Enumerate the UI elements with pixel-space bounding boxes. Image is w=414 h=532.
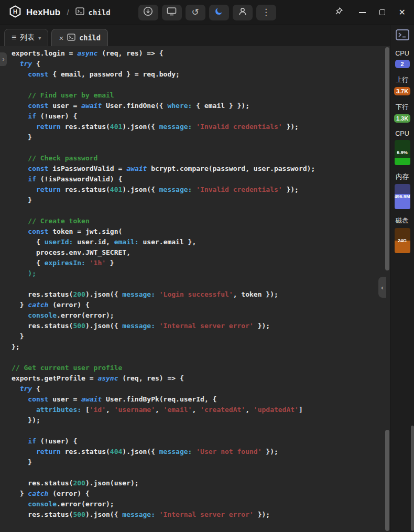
tab-child-label: child	[79, 34, 101, 42]
stat-label: 磁盘	[396, 216, 409, 225]
stat-label: 下行	[396, 103, 409, 112]
code-line: return res.status(401).json({ message: '…	[12, 184, 390, 195]
tab-list-label: 列表	[20, 33, 35, 42]
code-line: );	[12, 268, 390, 279]
code-line: exports.getProfile = async (req, res) =>…	[12, 373, 390, 384]
code-line: console.error(error);	[12, 499, 390, 509]
import-button[interactable]	[138, 5, 158, 20]
tabbar: ≡ 列表 ▾ × child	[0, 25, 390, 46]
dark-mode-button[interactable]	[209, 5, 229, 20]
code-line	[12, 468, 390, 478]
code-line: res.status(500).json({ message: 'Interna…	[12, 509, 390, 520]
code-line: } catch (error) {	[12, 300, 390, 310]
code-line: };	[12, 342, 390, 352]
user-icon	[238, 7, 247, 18]
pin-icon	[334, 7, 343, 18]
scrollbar-thumb[interactable]	[385, 430, 389, 531]
chevron-down-icon: ▾	[38, 35, 41, 41]
minimize-icon	[359, 12, 366, 13]
code-line: { expiresIn: '1h' }	[12, 258, 390, 268]
stats-sidebar: CPU2上行3.7K下行1.3KCPU6.9%内存496.9M磁盘24G	[390, 25, 414, 532]
stat-label: CPU	[395, 130, 409, 137]
display-icon	[167, 7, 177, 18]
code-line: const token = jwt.sign(	[12, 226, 390, 237]
terminal-column: ≡ 列表 ▾ × child › exports.login = async (…	[0, 25, 390, 532]
code-line: { userId: user.id, email: user.email },	[12, 237, 390, 247]
terminal-panel-button[interactable]	[396, 29, 409, 42]
code-line: if (!user) {	[12, 111, 390, 122]
code-line: }	[12, 132, 390, 143]
titlebar-toolbar: ↺ ⋮	[138, 5, 276, 20]
code-line: res.status(200).json({ message: 'Login s…	[12, 289, 390, 300]
more-icon: ⋮	[262, 8, 270, 17]
gauge-value: 24G	[395, 228, 410, 253]
gauge-value: 496.9M	[395, 184, 410, 209]
code-line: return res.status(401).json({ message: '…	[12, 122, 390, 132]
code-line: });	[12, 415, 390, 426]
code-line: res.status(200).json(user);	[12, 478, 390, 488]
code-line	[12, 279, 390, 289]
tab-session-list[interactable]: ≡ 列表 ▾	[4, 29, 48, 46]
user-button[interactable]	[233, 5, 253, 20]
stat-label: 上行	[396, 75, 409, 84]
titlebar-left: H HexHub / child	[8, 5, 138, 20]
code-line	[12, 205, 390, 216]
close-button[interactable]: ✕	[399, 8, 406, 17]
stat-badge: 3.7K	[394, 87, 410, 95]
code-line: return res.status(404).json({ message: '…	[12, 447, 390, 457]
stat-badge: 2	[395, 60, 410, 68]
code-lines[interactable]: exports.login = async (req, res) => { tr…	[0, 46, 390, 520]
moon-icon	[214, 7, 223, 18]
close-icon: ✕	[399, 8, 406, 17]
code-line: // Find user by email	[12, 90, 390, 101]
titlebar: H HexHub / child ↺	[0, 0, 414, 25]
code-line: const { email, password } = req.body;	[12, 69, 390, 80]
tab-terminal-icon	[67, 34, 75, 42]
code-line: // Create token	[12, 216, 390, 226]
stat-label: 内存	[396, 172, 409, 181]
pin-button[interactable]	[334, 7, 343, 18]
code-line: if (!user) {	[12, 436, 390, 447]
code-line: if (!isPasswordValid) {	[12, 174, 390, 184]
maximize-button[interactable]	[379, 9, 385, 15]
terminal-editor: › exports.login = async (req, res) => { …	[0, 46, 390, 532]
stat-label: CPU	[395, 50, 409, 57]
history-button[interactable]: ↺	[186, 5, 205, 20]
code-line: }	[12, 331, 390, 342]
code-line: try {	[12, 59, 390, 69]
code-line: attributes: ['id', 'username', 'email', …	[12, 405, 390, 415]
code-line	[12, 80, 390, 90]
code-line: exports.login = async (req, res) => {	[12, 48, 390, 59]
more-menu-button[interactable]: ⋮	[256, 5, 276, 20]
hexhub-logo-icon: H	[8, 5, 22, 20]
stat-badge: 1.3K	[394, 114, 410, 123]
code-line: res.status(500).json({ message: 'Interna…	[12, 321, 390, 331]
list-menu-icon: ≡	[12, 33, 16, 42]
scrollbar-thumb[interactable]	[385, 47, 389, 270]
code-line: // Check password	[12, 153, 390, 164]
code-line: // Get current user profile	[12, 363, 390, 373]
chevron-right-icon: ›	[3, 56, 5, 63]
terminal-session-icon	[75, 7, 84, 17]
tab-close-icon[interactable]: ×	[59, 34, 63, 42]
code-line: const isPasswordValid = await bcrypt.com…	[12, 164, 390, 174]
collapse-panel-handle[interactable]: ‹	[378, 277, 386, 298]
display-button[interactable]	[162, 5, 182, 20]
workarea: ≡ 列表 ▾ × child › exports.login = async (…	[0, 25, 414, 532]
code-line: try {	[12, 384, 390, 394]
sidebar-stats: CPU2上行3.7K下行1.3KCPU6.9%内存496.9M磁盘24G	[394, 42, 410, 253]
terminal-icon	[396, 33, 409, 42]
code-line	[12, 143, 390, 153]
expand-panel-handle[interactable]: ›	[0, 52, 7, 66]
code-line	[12, 352, 390, 363]
tab-child[interactable]: × child	[51, 29, 107, 46]
code-line	[12, 426, 390, 436]
import-circle-icon	[143, 6, 153, 18]
code-line: const user = await User.findByPk(req.use…	[12, 394, 390, 405]
minimize-button[interactable]	[359, 12, 366, 13]
stat-gauge: 6.9%	[395, 140, 410, 165]
chevron-left-icon: ‹	[381, 284, 383, 291]
breadcrumb-separator: /	[67, 8, 69, 17]
session-name: child	[89, 8, 111, 17]
sidebar-scrollbar[interactable]	[411, 426, 414, 531]
